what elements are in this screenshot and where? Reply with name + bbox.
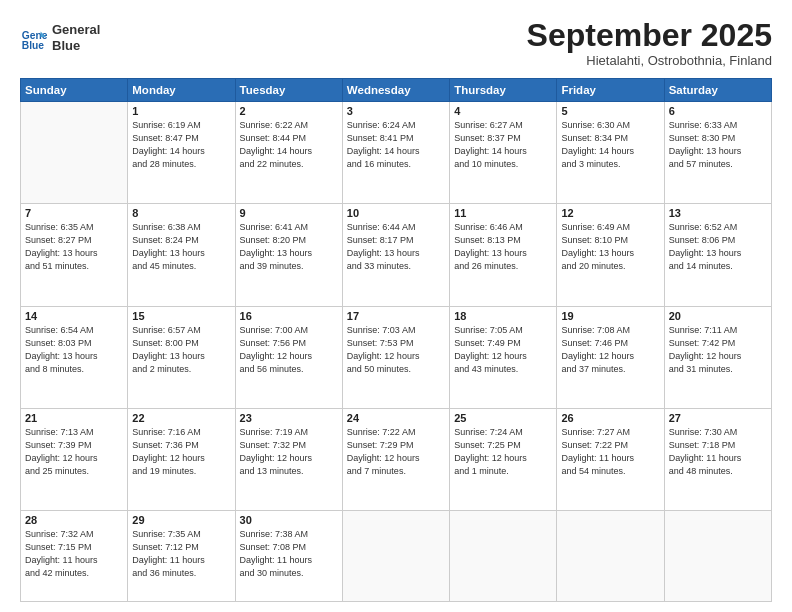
weekday-header-wednesday: Wednesday xyxy=(342,79,449,102)
cell-text: Sunrise: 7:11 AMSunset: 7:42 PMDaylight:… xyxy=(669,324,767,376)
cell-text: Sunrise: 7:38 AMSunset: 7:08 PMDaylight:… xyxy=(240,528,338,580)
calendar-row-2: 14Sunrise: 6:54 AMSunset: 8:03 PMDayligh… xyxy=(21,306,772,408)
calendar-cell xyxy=(342,510,449,601)
cell-text: Sunrise: 7:05 AMSunset: 7:49 PMDaylight:… xyxy=(454,324,552,376)
day-number: 7 xyxy=(25,207,123,219)
day-number: 20 xyxy=(669,310,767,322)
day-number: 22 xyxy=(132,412,230,424)
calendar-cell: 9Sunrise: 6:41 AMSunset: 8:20 PMDaylight… xyxy=(235,204,342,306)
cell-text: Sunrise: 7:22 AMSunset: 7:29 PMDaylight:… xyxy=(347,426,445,478)
calendar-row-3: 21Sunrise: 7:13 AMSunset: 7:39 PMDayligh… xyxy=(21,408,772,510)
month-title: September 2025 xyxy=(527,18,772,53)
calendar-row-4: 28Sunrise: 7:32 AMSunset: 7:15 PMDayligh… xyxy=(21,510,772,601)
weekday-header-monday: Monday xyxy=(128,79,235,102)
cell-text: Sunrise: 6:52 AMSunset: 8:06 PMDaylight:… xyxy=(669,221,767,273)
calendar-cell: 29Sunrise: 7:35 AMSunset: 7:12 PMDayligh… xyxy=(128,510,235,601)
calendar-cell: 1Sunrise: 6:19 AMSunset: 8:47 PMDaylight… xyxy=(128,102,235,204)
calendar-cell: 4Sunrise: 6:27 AMSunset: 8:37 PMDaylight… xyxy=(450,102,557,204)
cell-text: Sunrise: 6:22 AMSunset: 8:44 PMDaylight:… xyxy=(240,119,338,171)
calendar-cell: 3Sunrise: 6:24 AMSunset: 8:41 PMDaylight… xyxy=(342,102,449,204)
day-number: 2 xyxy=(240,105,338,117)
logo: General Blue General Blue xyxy=(20,22,100,53)
calendar-row-1: 7Sunrise: 6:35 AMSunset: 8:27 PMDaylight… xyxy=(21,204,772,306)
calendar-cell: 2Sunrise: 6:22 AMSunset: 8:44 PMDaylight… xyxy=(235,102,342,204)
cell-text: Sunrise: 6:35 AMSunset: 8:27 PMDaylight:… xyxy=(25,221,123,273)
cell-text: Sunrise: 7:08 AMSunset: 7:46 PMDaylight:… xyxy=(561,324,659,376)
day-number: 13 xyxy=(669,207,767,219)
calendar-cell: 8Sunrise: 6:38 AMSunset: 8:24 PMDaylight… xyxy=(128,204,235,306)
cell-text: Sunrise: 6:41 AMSunset: 8:20 PMDaylight:… xyxy=(240,221,338,273)
day-number: 16 xyxy=(240,310,338,322)
cell-text: Sunrise: 6:49 AMSunset: 8:10 PMDaylight:… xyxy=(561,221,659,273)
calendar-cell: 20Sunrise: 7:11 AMSunset: 7:42 PMDayligh… xyxy=(664,306,771,408)
cell-text: Sunrise: 6:54 AMSunset: 8:03 PMDaylight:… xyxy=(25,324,123,376)
day-number: 29 xyxy=(132,514,230,526)
calendar-cell xyxy=(557,510,664,601)
calendar-cell: 7Sunrise: 6:35 AMSunset: 8:27 PMDaylight… xyxy=(21,204,128,306)
day-number: 9 xyxy=(240,207,338,219)
cell-text: Sunrise: 7:24 AMSunset: 7:25 PMDaylight:… xyxy=(454,426,552,478)
cell-text: Sunrise: 7:13 AMSunset: 7:39 PMDaylight:… xyxy=(25,426,123,478)
cell-text: Sunrise: 6:27 AMSunset: 8:37 PMDaylight:… xyxy=(454,119,552,171)
day-number: 19 xyxy=(561,310,659,322)
logo-text-line1: General xyxy=(52,22,100,38)
day-number: 12 xyxy=(561,207,659,219)
header: General Blue General Blue September 2025… xyxy=(20,18,772,68)
calendar-cell: 27Sunrise: 7:30 AMSunset: 7:18 PMDayligh… xyxy=(664,408,771,510)
cell-text: Sunrise: 7:30 AMSunset: 7:18 PMDaylight:… xyxy=(669,426,767,478)
calendar-cell: 24Sunrise: 7:22 AMSunset: 7:29 PMDayligh… xyxy=(342,408,449,510)
calendar-cell xyxy=(21,102,128,204)
day-number: 8 xyxy=(132,207,230,219)
weekday-header-tuesday: Tuesday xyxy=(235,79,342,102)
day-number: 28 xyxy=(25,514,123,526)
day-number: 23 xyxy=(240,412,338,424)
calendar-cell: 23Sunrise: 7:19 AMSunset: 7:32 PMDayligh… xyxy=(235,408,342,510)
calendar-cell xyxy=(664,510,771,601)
weekday-header-sunday: Sunday xyxy=(21,79,128,102)
calendar-row-0: 1Sunrise: 6:19 AMSunset: 8:47 PMDaylight… xyxy=(21,102,772,204)
day-number: 3 xyxy=(347,105,445,117)
calendar-cell: 5Sunrise: 6:30 AMSunset: 8:34 PMDaylight… xyxy=(557,102,664,204)
svg-text:Blue: Blue xyxy=(22,40,45,51)
calendar-cell: 21Sunrise: 7:13 AMSunset: 7:39 PMDayligh… xyxy=(21,408,128,510)
day-number: 4 xyxy=(454,105,552,117)
weekday-header-saturday: Saturday xyxy=(664,79,771,102)
calendar-cell: 30Sunrise: 7:38 AMSunset: 7:08 PMDayligh… xyxy=(235,510,342,601)
cell-text: Sunrise: 6:33 AMSunset: 8:30 PMDaylight:… xyxy=(669,119,767,171)
cell-text: Sunrise: 6:38 AMSunset: 8:24 PMDaylight:… xyxy=(132,221,230,273)
calendar-cell: 26Sunrise: 7:27 AMSunset: 7:22 PMDayligh… xyxy=(557,408,664,510)
cell-text: Sunrise: 7:27 AMSunset: 7:22 PMDaylight:… xyxy=(561,426,659,478)
cell-text: Sunrise: 6:57 AMSunset: 8:00 PMDaylight:… xyxy=(132,324,230,376)
weekday-header-thursday: Thursday xyxy=(450,79,557,102)
day-number: 18 xyxy=(454,310,552,322)
day-number: 5 xyxy=(561,105,659,117)
day-number: 30 xyxy=(240,514,338,526)
weekday-header-friday: Friday xyxy=(557,79,664,102)
logo-text-line2: Blue xyxy=(52,38,100,54)
calendar-cell: 17Sunrise: 7:03 AMSunset: 7:53 PMDayligh… xyxy=(342,306,449,408)
calendar-cell: 14Sunrise: 6:54 AMSunset: 8:03 PMDayligh… xyxy=(21,306,128,408)
calendar-cell: 25Sunrise: 7:24 AMSunset: 7:25 PMDayligh… xyxy=(450,408,557,510)
calendar-cell xyxy=(450,510,557,601)
location-subtitle: Hietalahti, Ostrobothnia, Finland xyxy=(527,53,772,68)
calendar-cell: 6Sunrise: 6:33 AMSunset: 8:30 PMDaylight… xyxy=(664,102,771,204)
calendar-cell: 19Sunrise: 7:08 AMSunset: 7:46 PMDayligh… xyxy=(557,306,664,408)
day-number: 1 xyxy=(132,105,230,117)
weekday-header-row: SundayMondayTuesdayWednesdayThursdayFrid… xyxy=(21,79,772,102)
cell-text: Sunrise: 7:03 AMSunset: 7:53 PMDaylight:… xyxy=(347,324,445,376)
calendar-cell: 22Sunrise: 7:16 AMSunset: 7:36 PMDayligh… xyxy=(128,408,235,510)
day-number: 10 xyxy=(347,207,445,219)
cell-text: Sunrise: 7:19 AMSunset: 7:32 PMDaylight:… xyxy=(240,426,338,478)
calendar-cell: 18Sunrise: 7:05 AMSunset: 7:49 PMDayligh… xyxy=(450,306,557,408)
logo-icon: General Blue xyxy=(20,24,48,52)
day-number: 15 xyxy=(132,310,230,322)
cell-text: Sunrise: 7:00 AMSunset: 7:56 PMDaylight:… xyxy=(240,324,338,376)
cell-text: Sunrise: 6:24 AMSunset: 8:41 PMDaylight:… xyxy=(347,119,445,171)
page: General Blue General Blue September 2025… xyxy=(0,0,792,612)
calendar-cell: 16Sunrise: 7:00 AMSunset: 7:56 PMDayligh… xyxy=(235,306,342,408)
calendar-cell: 28Sunrise: 7:32 AMSunset: 7:15 PMDayligh… xyxy=(21,510,128,601)
title-block: September 2025 Hietalahti, Ostrobothnia,… xyxy=(527,18,772,68)
calendar-cell: 12Sunrise: 6:49 AMSunset: 8:10 PMDayligh… xyxy=(557,204,664,306)
day-number: 6 xyxy=(669,105,767,117)
day-number: 24 xyxy=(347,412,445,424)
